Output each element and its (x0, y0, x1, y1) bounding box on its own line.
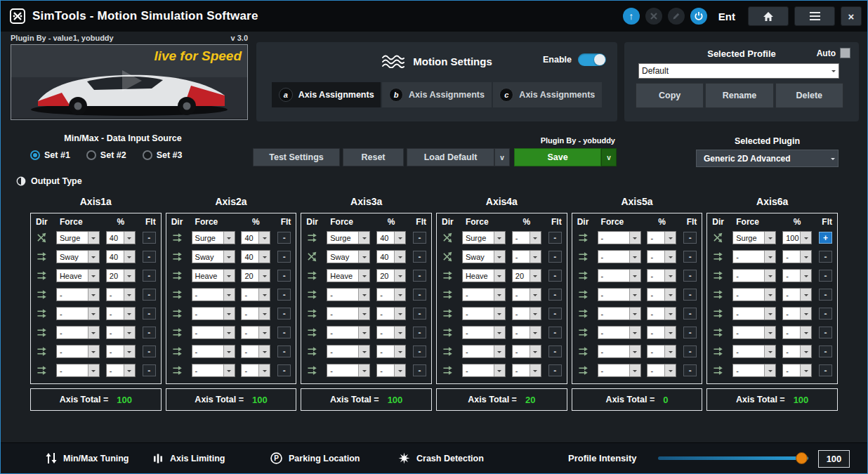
filter-button[interactable]: - (413, 345, 426, 357)
percent-select[interactable]: 40 (241, 250, 270, 263)
percent-select[interactable]: - (376, 345, 406, 358)
force-select[interactable]: Heave (327, 269, 370, 282)
force-select[interactable]: - (598, 231, 641, 244)
parallel-arrows-icon[interactable] (442, 289, 454, 301)
force-select[interactable]: - (732, 307, 776, 320)
percent-select[interactable]: - (647, 250, 676, 263)
load-default-dropdown-button[interactable]: v (494, 148, 510, 166)
force-select[interactable]: - (598, 364, 641, 377)
force-select[interactable]: - (732, 326, 776, 339)
force-select[interactable]: - (462, 364, 506, 377)
test-settings-button[interactable]: Test Settings (253, 148, 340, 166)
parallel-arrows-icon[interactable] (171, 270, 184, 282)
copy-button[interactable]: Copy (636, 83, 704, 108)
filter-button[interactable]: - (683, 251, 697, 263)
force-select[interactable]: - (327, 307, 370, 320)
filter-button[interactable]: - (277, 232, 291, 244)
axis-limiting-button[interactable]: Axis Limiting (152, 443, 225, 473)
force-select[interactable]: Surge (56, 231, 100, 244)
percent-select[interactable]: - (647, 288, 676, 301)
load-default-button[interactable]: Load Default (407, 148, 494, 166)
radio-set-1[interactable]: Set #1 (30, 150, 70, 160)
percent-select[interactable]: - (106, 307, 136, 320)
percent-select[interactable]: 40 (376, 250, 406, 263)
force-select[interactable]: - (598, 288, 641, 301)
force-select[interactable]: Sway (192, 250, 235, 263)
filter-button[interactable]: - (413, 232, 426, 244)
force-select[interactable]: - (732, 269, 776, 282)
percent-select[interactable]: 40 (241, 231, 270, 244)
filter-button[interactable]: - (819, 345, 832, 357)
parallel-arrows-icon[interactable] (577, 270, 590, 282)
parallel-arrows-icon[interactable] (306, 232, 319, 244)
percent-select[interactable]: - (376, 364, 406, 377)
force-select[interactable]: Sway (462, 250, 506, 263)
force-select[interactable]: Surge (327, 231, 370, 244)
percent-select[interactable]: - (512, 288, 541, 301)
force-select[interactable]: - (192, 345, 235, 358)
power-icon[interactable] (690, 8, 707, 25)
cross-arrows-icon[interactable] (712, 232, 725, 244)
filter-button[interactable]: - (413, 251, 426, 263)
close-button[interactable]: × (841, 6, 862, 26)
save-dropdown-button[interactable]: v (601, 148, 617, 166)
minmax-tuning-button[interactable]: Min/Max Tuning (46, 443, 129, 473)
parallel-arrows-icon[interactable] (171, 232, 184, 244)
percent-select[interactable]: - (241, 326, 270, 339)
filter-button[interactable]: - (819, 364, 832, 376)
percent-select[interactable]: - (782, 307, 812, 320)
percent-select[interactable]: - (782, 269, 812, 282)
filter-button[interactable]: - (548, 270, 562, 282)
force-select[interactable]: - (598, 326, 641, 339)
parking-location-button[interactable]: P Parking Location (270, 443, 360, 473)
percent-select[interactable]: 20 (376, 269, 406, 282)
tab-axis-assignments-b[interactable]: b Axis Assignments (382, 82, 491, 107)
force-select[interactable]: - (732, 288, 776, 301)
filter-button[interactable]: - (683, 327, 697, 338)
filter-button[interactable]: - (143, 270, 156, 282)
filter-button[interactable]: - (277, 308, 291, 320)
parallel-arrows-icon[interactable] (577, 327, 590, 338)
percent-select[interactable]: - (782, 326, 812, 339)
slider-handle[interactable] (796, 452, 808, 464)
percent-select[interactable]: - (241, 307, 270, 320)
filter-button[interactable]: - (277, 289, 291, 301)
force-select[interactable]: - (56, 307, 100, 320)
delete-button[interactable]: Delete (775, 83, 843, 108)
force-select[interactable]: Sway (56, 250, 100, 263)
percent-select[interactable]: - (106, 288, 136, 301)
filter-button[interactable]: - (277, 270, 291, 282)
filter-button[interactable]: - (548, 345, 562, 357)
filter-button[interactable]: - (548, 364, 562, 376)
parallel-arrows-icon[interactable] (442, 327, 454, 338)
parallel-arrows-icon[interactable] (36, 365, 48, 376)
cross-arrows-icon[interactable] (442, 232, 454, 244)
force-select[interactable]: - (598, 307, 641, 320)
percent-select[interactable]: 20 (512, 269, 541, 282)
filter-button[interactable]: - (143, 232, 156, 244)
force-select[interactable]: - (732, 345, 776, 358)
parallel-arrows-icon[interactable] (577, 251, 590, 263)
radio-set-3[interactable]: Set #3 (143, 150, 183, 160)
force-select[interactable]: Surge (732, 231, 776, 244)
force-select[interactable]: - (598, 345, 641, 358)
filter-button[interactable]: - (143, 345, 156, 357)
radio-set-2[interactable]: Set #2 (86, 150, 126, 160)
parallel-arrows-icon[interactable] (712, 327, 725, 338)
percent-select[interactable]: - (647, 326, 676, 339)
auto-checkbox[interactable] (840, 48, 850, 58)
tab-axis-assignments-c[interactable]: c Axis Assignments (493, 82, 602, 107)
parallel-arrows-icon[interactable] (442, 270, 454, 282)
output-type[interactable]: Output Type (16, 176, 82, 186)
percent-select[interactable]: - (512, 345, 541, 358)
filter-button[interactable]: - (683, 289, 697, 301)
parallel-arrows-icon[interactable] (712, 251, 725, 263)
cross-arrows-icon[interactable] (36, 232, 48, 244)
filter-button[interactable]: - (277, 251, 291, 263)
filter-button[interactable]: - (683, 345, 697, 357)
parallel-arrows-icon[interactable] (577, 289, 590, 301)
percent-select[interactable]: - (106, 364, 136, 377)
force-select[interactable]: - (192, 326, 235, 339)
percent-select[interactable]: - (647, 364, 676, 377)
parallel-arrows-icon[interactable] (171, 251, 184, 263)
